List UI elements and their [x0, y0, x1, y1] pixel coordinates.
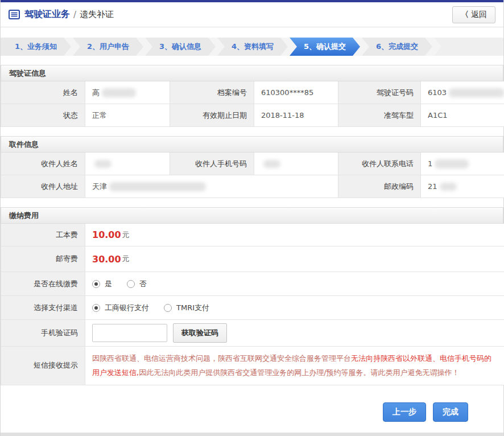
breadcrumb-separator: / [73, 10, 76, 20]
captcha-input[interactable] [92, 324, 167, 342]
tab-bar-filler [434, 38, 503, 56]
radio-online-no-label[interactable]: 否 [139, 279, 147, 289]
tab-step-4[interactable]: 4、资料填写 [217, 38, 288, 56]
sms-notice-text: 因陕西省联通、电信运营商技术问题，陕西省互联网交通安全综合服务管理平台无法向持陕… [85, 347, 504, 385]
expiry-label: 有效期止日期 [170, 104, 254, 127]
radio-online-yes-label[interactable]: 是 [105, 279, 112, 289]
redaction-blur [109, 182, 206, 191]
file-number-value: 610300****85 [254, 81, 338, 104]
bottom-edge-strip [1, 433, 503, 436]
postcode-value: 21 [421, 175, 504, 198]
breadcrumb-current: 遗失补证 [80, 9, 114, 20]
radio-channel-tmri[interactable] [164, 304, 172, 312]
recipient-name-value [85, 153, 170, 175]
section-title-fees: 缴纳费用 [1, 207, 503, 224]
sms-notice-part-3: 因此无法向此类用户提供陕西省交通管理业务的网上办理/预约等服务。请此类用户避免无… [139, 368, 459, 377]
license-info-table: 姓名 高 档案编号 610300****85 驾驶证号码 6103 状态 正常 … [1, 81, 503, 127]
section-title-pickup: 取件信息 [1, 136, 503, 153]
redaction-blur [440, 183, 457, 191]
status-value: 正常 [85, 104, 170, 127]
status-label: 状态 [1, 104, 85, 127]
file-number-label: 档案编号 [170, 81, 254, 104]
step-tabs: 1、业务须知 2、用户申告 3、确认信息 4、资料填写 5、确认提交 6、完成提… [1, 38, 503, 56]
pickup-info-table: 收件人姓名 收件人手机号码 收件人联系电话 1 收件人地址 天津 邮政编码 21 [1, 153, 503, 198]
finish-button[interactable]: 完成 [433, 402, 468, 422]
captcha-row: 获取验证码 [85, 320, 504, 347]
payment-channel-options: 工商银行支付 TMRI支付 [85, 296, 504, 320]
page-title: 驾驶证业务 [24, 9, 70, 20]
back-button-label: 返回 [471, 10, 487, 20]
radio-channel-tmri-label[interactable]: TMRI支付 [176, 303, 209, 313]
captcha-label: 手机验证码 [1, 320, 85, 347]
recipient-address-value: 天津 [85, 175, 338, 198]
postage-fee-label: 邮寄费 [1, 246, 85, 272]
license-number-value: 6103 [421, 81, 504, 104]
fee-unit: 元 [122, 254, 130, 264]
back-chevron-icon: 〈 [461, 10, 469, 20]
previous-step-button[interactable]: 上一步 [383, 402, 426, 422]
section-fees: 缴纳费用 工本费 10.00 元 邮寄费 30.00 元 是否在线缴费 是 否 … [1, 207, 503, 385]
radio-online-no[interactable] [127, 280, 135, 288]
license-number-label: 驾驶证号码 [338, 81, 421, 104]
get-captcha-button[interactable]: 获取验证码 [173, 323, 227, 343]
radio-channel-icbc-label[interactable]: 工商银行支付 [105, 303, 149, 313]
page-header: 驾驶证业务 / 遗失补证 〈 返回 [1, 2, 503, 27]
tab-step-6[interactable]: 6、完成提交 [362, 38, 432, 56]
fee-unit: 元 [122, 230, 130, 240]
tab-step-2[interactable]: 2、用户申告 [73, 38, 143, 56]
footer-actions: 上一步 完成 [1, 385, 503, 422]
production-fee-label: 工本费 [1, 224, 85, 246]
redaction-blur [94, 160, 111, 168]
name-value: 高 [85, 81, 170, 104]
recipient-mobile-value [254, 153, 338, 175]
radio-channel-icbc[interactable] [92, 304, 100, 312]
vehicle-type-label: 准驾车型 [338, 104, 421, 127]
payment-channel-label: 选择支付渠道 [1, 296, 85, 320]
name-label: 姓名 [1, 81, 85, 104]
recipient-address-label: 收件人地址 [1, 175, 85, 198]
redaction-blur [102, 88, 136, 97]
production-fee-amount: 10.00 [92, 229, 121, 240]
recipient-phone-label: 收件人联系电话 [338, 153, 421, 175]
tab-step-5-active[interactable]: 5、确认提交 [290, 38, 360, 56]
recipient-mobile-label: 收件人手机号码 [170, 153, 254, 175]
recipient-phone-value: 1 [421, 153, 504, 175]
postage-fee-value: 30.00 元 [85, 246, 504, 272]
section-title-license: 驾驶证信息 [1, 65, 503, 81]
tab-step-3[interactable]: 3、确认信息 [145, 38, 216, 56]
expiry-value: 2018-11-18 [254, 104, 338, 127]
postcode-label: 邮政编码 [338, 175, 421, 198]
page: 驾驶证业务 / 遗失补证 〈 返回 1、业务须知 2、用户申告 3、确认信息 4… [0, 0, 504, 436]
back-button[interactable]: 〈 返回 [452, 6, 495, 23]
redaction-blur [435, 159, 469, 168]
vehicle-type-value: A1C1 [421, 104, 504, 127]
radio-online-yes[interactable] [92, 280, 100, 288]
tab-step-1[interactable]: 1、业务须知 [1, 38, 71, 56]
form-list-icon [9, 10, 20, 19]
recipient-name-label: 收件人姓名 [1, 153, 85, 175]
postage-fee-amount: 30.00 [92, 254, 121, 265]
redaction-blur [263, 160, 280, 168]
fees-table: 工本费 10.00 元 邮寄费 30.00 元 是否在线缴费 是 否 选择支付渠… [1, 224, 503, 385]
online-payment-label: 是否在线缴费 [1, 272, 85, 296]
production-fee-value: 10.00 元 [85, 224, 504, 246]
redaction-blur [449, 88, 504, 97]
section-pickup-info: 取件信息 收件人姓名 收件人手机号码 收件人联系电话 1 收件人地址 天津 邮政… [1, 136, 503, 198]
online-payment-options: 是 否 [85, 272, 504, 296]
section-license-info: 驾驶证信息 姓名 高 档案编号 610300****85 驾驶证号码 6103 … [1, 65, 503, 127]
sms-notice-part-1: 因陕西省联通、电信运营商技术问题，陕西省互联网交通安全综合服务管理平台 [92, 354, 351, 363]
sms-notice-label: 短信接收提示 [1, 347, 85, 385]
